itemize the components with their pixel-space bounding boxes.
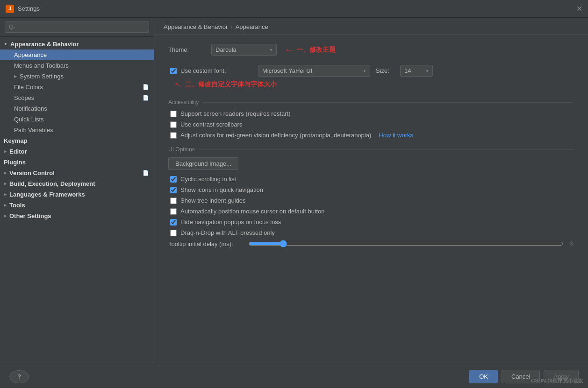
ui-options-section: UI Options Background Image... Cyclic sc…	[168, 146, 574, 247]
sidebar-item-path-variables[interactable]: Path Variables	[0, 125, 154, 135]
sidebar-item-label: Scopes	[14, 94, 34, 101]
how-it-works-link[interactable]: How it works	[379, 132, 413, 139]
theme-select[interactable]: Darcula IntelliJ Light Windows 10 Light …	[211, 44, 277, 56]
sidebar-tree: ▼ Appearance & Behavior Appearance Menus…	[0, 37, 154, 365]
screen-readers-checkbox[interactable]	[170, 111, 177, 117]
tooltip-slider-row: Tooltip initial delay (ms): ⚙	[168, 240, 574, 247]
breadcrumb-parent: Appearance & Behavior	[164, 23, 228, 30]
sidebar: ▼ Appearance & Behavior Appearance Menus…	[0, 18, 154, 365]
tree-indent-label: Show tree indent guides	[180, 197, 245, 204]
contrast-scrollbars-label: Use contrast scrollbars	[180, 121, 242, 128]
sidebar-item-label: Languages & Frameworks	[9, 191, 85, 198]
sidebar-item-label: Other Settings	[9, 212, 51, 219]
sidebar-item-menus-toolbars[interactable]: Menus and Toolbars	[0, 60, 154, 71]
titlebar-left: J Settings	[6, 5, 40, 13]
sidebar-item-tools[interactable]: ▶ Tools	[0, 200, 154, 211]
background-image-button[interactable]: Background Image...	[168, 157, 238, 170]
help-button[interactable]: ?	[9, 370, 29, 383]
close-button[interactable]: ✕	[576, 4, 582, 13]
titlebar: J Settings ✕	[0, 0, 588, 18]
ok-button[interactable]: OK	[469, 370, 498, 383]
expand-icon: ▶	[4, 214, 7, 218]
custom-font-label: Use custom font:	[180, 67, 226, 74]
show-icons-checkbox[interactable]	[170, 187, 177, 193]
sidebar-item-system-settings[interactable]: ▶ System Settings	[0, 71, 154, 82]
accessibility-section: Accessibility Support screen readers (re…	[168, 99, 574, 139]
breadcrumb-current: Appearance	[236, 23, 268, 30]
drag-drop-label: Drag-n-Drop with ALT pressed only	[180, 229, 275, 236]
breadcrumb-separator: ›	[230, 23, 232, 30]
page-icon: 📄	[143, 84, 149, 90]
sidebar-item-label: File Colors	[14, 84, 43, 91]
sidebar-item-quick-lists[interactable]: Quick Lists	[0, 114, 154, 125]
sidebar-item-label: Tools	[9, 202, 25, 209]
sidebar-item-label: Menus and Toolbars	[14, 62, 69, 69]
theme-label: Theme:	[168, 46, 206, 53]
settings-window: J Settings ✕ ▼ Appearance & Behavior App…	[0, 0, 588, 388]
auto-mouse-checkbox[interactable]	[170, 208, 177, 215]
slider-end-icon: ⚙	[569, 240, 574, 247]
sidebar-item-version-control[interactable]: ▶ Version Control 📄	[0, 168, 154, 178]
sidebar-item-languages-frameworks[interactable]: ▶ Languages & Frameworks	[0, 189, 154, 200]
cyclic-scrolling-checkbox[interactable]	[170, 176, 177, 183]
sidebar-item-label: Path Variables	[14, 127, 53, 134]
sidebar-item-label: Appearance & Behavior	[10, 41, 79, 48]
tooltip-slider[interactable]	[249, 240, 563, 247]
hide-popups-checkbox[interactable]	[170, 219, 177, 226]
sidebar-item-label: Appearance	[14, 51, 47, 58]
contrast-scrollbars-row: Use contrast scrollbars	[168, 121, 574, 128]
expand-icon: ▶	[4, 149, 7, 154]
annotation-theme: ← 一、修改主题	[284, 45, 336, 55]
color-deficiency-checkbox[interactable]	[170, 132, 177, 139]
tooltip-label: Tooltip initial delay (ms):	[168, 240, 243, 247]
sidebar-item-plugins[interactable]: Plugins	[0, 157, 154, 168]
sidebar-item-appearance[interactable]: Appearance	[0, 49, 154, 60]
sidebar-item-label: Plugins	[4, 159, 26, 166]
expand-icon: ▼	[4, 42, 7, 46]
tree-indent-row: Show tree indent guides	[168, 197, 574, 204]
size-label: Size:	[376, 67, 394, 74]
page-icon: 📄	[143, 95, 149, 101]
drag-drop-checkbox[interactable]	[170, 230, 177, 236]
window-title: Settings	[18, 5, 40, 12]
hide-popups-label: Hide navigation popups on focus loss	[180, 219, 281, 226]
font-select[interactable]: Microsoft YaHei UI Arial Consolas Segoe …	[258, 65, 370, 77]
tree-indent-checkbox[interactable]	[170, 198, 177, 204]
sidebar-item-build-execution[interactable]: ▶ Build, Execution, Deployment	[0, 178, 154, 189]
theme-select-wrapper: Darcula IntelliJ Light Windows 10 Light …	[211, 44, 277, 56]
sidebar-item-scopes[interactable]: Scopes 📄	[0, 92, 154, 103]
contrast-scrollbars-checkbox[interactable]	[170, 121, 177, 128]
main-panel: Appearance & Behavior › Appearance Theme…	[154, 18, 588, 365]
search-bar	[0, 18, 154, 37]
font-select-wrapper: Microsoft YaHei UI Arial Consolas Segoe …	[258, 65, 370, 77]
sidebar-item-label: Build, Execution, Deployment	[9, 180, 95, 187]
sidebar-item-label: Keymap	[4, 137, 28, 144]
settings-content: Theme: Darcula IntelliJ Light Windows 10…	[154, 35, 588, 365]
sidebar-item-keymap[interactable]: Keymap	[0, 135, 154, 146]
annotation-theme-text: 一、修改主题	[296, 46, 336, 54]
size-select[interactable]: 10111213 141516 182024	[400, 65, 433, 77]
cyclic-scrolling-row: Cyclic scrolling in list	[168, 176, 574, 183]
page-icon: 📄	[143, 170, 149, 176]
sidebar-item-other-settings[interactable]: ▶ Other Settings	[0, 211, 154, 221]
cyclic-scrolling-label: Cyclic scrolling in list	[180, 176, 236, 183]
ui-options-title: UI Options	[168, 146, 574, 153]
expand-icon: ▶	[4, 192, 7, 197]
color-deficiency-row: Adjust colors for red-green vision defic…	[168, 132, 574, 139]
watermark: CSDN @程序员小发发	[531, 377, 583, 384]
app-icon: J	[6, 5, 14, 13]
sidebar-item-appearance-behavior[interactable]: ▼ Appearance & Behavior	[0, 39, 154, 49]
custom-font-checkbox[interactable]	[170, 68, 177, 74]
search-input[interactable]	[5, 21, 149, 33]
sidebar-item-notifications[interactable]: Notifications	[0, 103, 154, 114]
sidebar-item-editor[interactable]: ▶ Editor	[0, 146, 154, 157]
main-content: ▼ Appearance & Behavior Appearance Menus…	[0, 18, 588, 365]
expand-icon: ▶	[4, 203, 7, 207]
annotation-font: ← 二、修改自定义字体与字体大小	[173, 79, 574, 90]
sidebar-item-file-colors[interactable]: File Colors 📄	[0, 82, 154, 92]
expand-icon: ▶	[4, 182, 7, 186]
sidebar-item-label: Quick Lists	[14, 116, 44, 123]
arrow-icon: ←	[284, 45, 294, 55]
screen-readers-row: Support screen readers (requires restart…	[168, 110, 574, 117]
sidebar-item-label: Notifications	[14, 105, 47, 112]
